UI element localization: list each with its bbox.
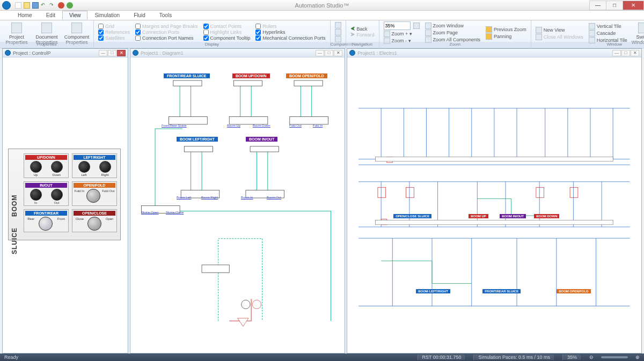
cascade-icon [589, 30, 595, 36]
status-zoom-out-icon[interactable]: ⊖ [589, 355, 594, 360]
svg-rect-1 [233, 80, 262, 86]
new-view-icon [536, 27, 542, 33]
nav-back-button[interactable]: ⮜ Back [349, 26, 376, 32]
status-zoom-slider[interactable] [601, 356, 628, 358]
panel-body[interactable]: BOOM SLUICE UP/DOWNUpDown LEFT/RIGHTLeft… [3, 57, 128, 353]
zoom-input[interactable] [384, 21, 411, 30]
hyperlinks-checkbox[interactable]: Hyperlinks [254, 30, 326, 35]
tab-tools[interactable]: Tools [152, 11, 179, 20]
diagram-hyperlink[interactable]: Boom Left [177, 196, 191, 199]
right-knob[interactable] [99, 161, 111, 173]
ribbon-group-component: Component [331, 20, 346, 48]
mechanical-connection-ports-checkbox[interactable]: Mechanical Connection Ports [254, 35, 326, 41]
electro-canvas[interactable]: OPEN/CLOSE SLUICEBOOM UPBOOM IN/OUTBOOM … [347, 57, 641, 353]
zoom-refresh-icon[interactable] [413, 23, 420, 29]
new-view-button[interactable]: New View [535, 27, 584, 33]
satellites-checkbox[interactable]: Satellites [97, 35, 131, 41]
diagram-hyperlink[interactable]: Front/Rear Sluice [162, 124, 187, 127]
down-knob[interactable] [51, 161, 63, 173]
tab-simulation[interactable]: Simulation [87, 11, 127, 20]
qat-undo-icon[interactable]: ↶ [41, 2, 47, 9]
ribbon-group-navigation: ⮜ Back ⮞ Forward Navigation [346, 20, 379, 48]
qat-open-icon[interactable] [24, 2, 30, 9]
references-checkbox[interactable]: References [97, 30, 131, 35]
diagram-hyperlink[interactable]: Boom Up [227, 124, 240, 127]
diagram-hyperlink[interactable]: Boom Down [253, 124, 270, 127]
svg-rect-7 [250, 146, 279, 152]
diagram-hyperlink[interactable]: Sluice Open [141, 211, 159, 214]
diagram-hyperlink[interactable]: Fold Out [289, 124, 302, 127]
status-zoom-in-icon[interactable]: ⊕ [635, 355, 640, 360]
in-knob[interactable] [30, 189, 42, 201]
grid-checkbox[interactable]: Grid [97, 24, 131, 29]
zoom-page-button[interactable]: Zoom Page [424, 30, 482, 36]
panel-minimize-button[interactable]: — [316, 50, 324, 56]
zoom-window-button[interactable]: Zoom Window [424, 23, 482, 29]
tab-view[interactable]: View [62, 11, 88, 20]
qat-save-icon[interactable] [32, 2, 39, 9]
panel-title-bar[interactable]: Project1 : Diagram1 —□✕ [130, 49, 345, 57]
previous-zoom-button[interactable]: Previous Zoom [485, 26, 528, 33]
panel-maximize-button[interactable]: □ [621, 50, 630, 56]
panel-icon [349, 50, 355, 56]
panel-maximize-button[interactable]: □ [325, 50, 333, 56]
connection-ports-checkbox[interactable]: Connection Ports [134, 30, 199, 35]
contact-points-checkbox[interactable]: Contact Points [202, 24, 252, 29]
component-btn-3[interactable] [334, 36, 342, 42]
left-knob[interactable] [78, 161, 90, 173]
connection-port-names-checkbox[interactable]: Connection Port Names [134, 35, 199, 41]
diagram-hyperlink[interactable]: Fold In [313, 124, 323, 127]
up-knob[interactable] [30, 161, 42, 173]
nav-forward-button[interactable]: ⮞ Forward [349, 32, 376, 38]
diagram-block-label: BOOM UP/DOWN [232, 73, 270, 78]
rulers-checkbox[interactable]: Rulers [254, 24, 326, 29]
svg-rect-15 [406, 187, 414, 197]
diagram-hyperlink[interactable]: Boom Right [201, 196, 218, 199]
qat-play-icon[interactable] [67, 2, 73, 9]
vertical-tile-button[interactable]: Vertical Tile [588, 23, 628, 30]
panel-maximize-button[interactable]: □ [108, 50, 116, 56]
openfold-knob[interactable] [86, 189, 100, 203]
sluice-section-label: SLUICE [11, 222, 18, 254]
frontrear-knob[interactable] [39, 217, 53, 231]
panel-title-bar[interactable]: Project1 : Electro1 —□✕ [347, 49, 641, 57]
ribbon-group-label: Display [94, 42, 330, 47]
panel-diagram: Project1 : Diagram1 —□✕ [130, 48, 345, 353]
diagram-hyperlink[interactable]: Boom In [241, 196, 253, 199]
panel-close-button[interactable]: ✕ [117, 50, 126, 56]
panning-button[interactable]: Panning [485, 33, 528, 40]
component-properties-icon [71, 23, 82, 33]
component-btn-1[interactable] [334, 22, 342, 28]
diagram-canvas[interactable]: FRONT/REAR SLUICE BOOM UP/DOWN BOOM OPEN… [130, 57, 345, 353]
qat-new-icon[interactable] [15, 2, 21, 9]
openclose-knob[interactable] [87, 217, 101, 231]
minimize-button[interactable]: — [589, 1, 606, 10]
out-knob[interactable] [51, 189, 63, 201]
tab-fluid[interactable]: Fluid [127, 11, 152, 20]
zoom-plus-button[interactable]: Zoom + ▾ [383, 31, 421, 37]
cascade-button[interactable]: Cascade [588, 30, 628, 36]
ribbon-group-properties: Project Properties Document Properties C… [0, 20, 94, 48]
close-button[interactable]: ✕ [623, 1, 644, 10]
diagram-hyperlink[interactable]: Boom Out [267, 196, 281, 199]
project-properties-icon [11, 23, 22, 33]
panel-minimize-button[interactable]: — [99, 50, 107, 56]
panel-title-bar[interactable]: Project : ControlP —□✕ [3, 49, 128, 57]
panel-minimize-button[interactable]: — [612, 50, 621, 56]
close-all-windows-button[interactable]: Close All Windows [535, 34, 584, 40]
highlight-links-checkbox[interactable]: Highlight Links [202, 30, 252, 35]
hydraulic-schematic [130, 57, 345, 353]
tab-home[interactable]: Home [11, 11, 39, 20]
qat-stop-icon[interactable] [58, 2, 64, 9]
previous-zoom-icon [486, 26, 492, 33]
title-bar: ↶ ↷ Automation Studio™ — □ ✕ [0, 0, 644, 11]
panel-close-button[interactable]: ✕ [334, 50, 342, 56]
panel-close-button[interactable]: ✕ [631, 50, 639, 56]
tab-edit[interactable]: Edit [39, 11, 62, 20]
qat-redo-icon[interactable]: ↷ [49, 2, 56, 9]
diagram-hyperlink[interactable]: Sluice Close [166, 211, 184, 214]
margins-checkbox[interactable]: Margins and Page Breaks [134, 24, 199, 29]
component-btn-2[interactable] [334, 29, 342, 35]
maximize-button[interactable]: □ [606, 1, 623, 10]
component-tooltip-checkbox[interactable]: Component Tooltip [202, 35, 252, 41]
